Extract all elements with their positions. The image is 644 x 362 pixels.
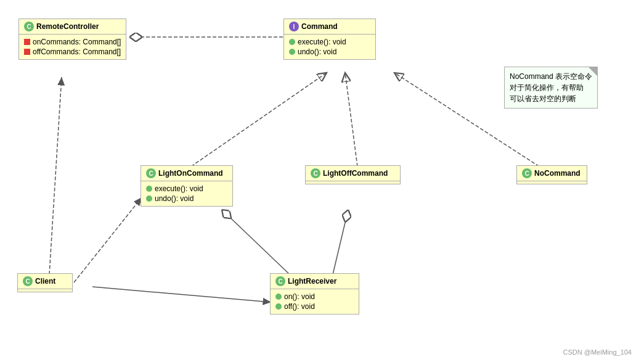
loc-m2-text: undo(): void bbox=[155, 194, 194, 203]
loc-title: LightOnCommand bbox=[158, 169, 223, 178]
nc-icon: C bbox=[522, 168, 532, 178]
rc-icon: C bbox=[24, 22, 34, 31]
lr-m2-text: off(): void bbox=[284, 302, 315, 311]
cmd-m2-text: undo(): void bbox=[298, 47, 336, 56]
cmd-member-2: undo(): void bbox=[289, 47, 370, 57]
lr-body: on(): void off(): void bbox=[271, 289, 359, 314]
lfc-inherit-command bbox=[345, 73, 357, 167]
cmd-title: Command bbox=[301, 22, 338, 31]
loc-inherit-command bbox=[191, 73, 327, 167]
rc-member-1: onCommands: Command[] bbox=[24, 37, 121, 47]
client-box: C Client bbox=[17, 273, 73, 292]
lr-m2-dot bbox=[275, 303, 282, 310]
cmd-icon: I bbox=[289, 22, 299, 31]
lfc-header: C LightOffCommand bbox=[306, 166, 400, 181]
nc-header: C NoCommand bbox=[517, 166, 587, 181]
loc-header: C LightOnCommand bbox=[141, 166, 232, 181]
loc-to-lr bbox=[222, 210, 290, 274]
remote-controller-box: C RemoteController onCommands: Command[]… bbox=[18, 19, 126, 60]
cmd-m1-text: execute(): void bbox=[298, 38, 346, 46]
client-body bbox=[18, 289, 72, 292]
loc-body: execute(): void undo(): void bbox=[141, 181, 232, 206]
nc-title: NoCommand bbox=[534, 169, 581, 178]
cmd-header: I Command bbox=[284, 19, 375, 35]
client-title: Client bbox=[35, 277, 55, 286]
cmd-m1-dot bbox=[289, 39, 295, 45]
lfc-body bbox=[306, 181, 400, 184]
loc-icon: C bbox=[146, 168, 156, 178]
light-off-cmd-box: C LightOffCommand bbox=[305, 165, 401, 184]
loc-m2-dot bbox=[146, 195, 152, 202]
nc-body bbox=[517, 181, 587, 184]
cmd-m2-dot bbox=[289, 49, 295, 55]
client-to-loc bbox=[74, 197, 142, 282]
rc-m1-dot bbox=[24, 39, 30, 45]
lr-m1-dot bbox=[275, 294, 282, 300]
cmd-member-1: execute(): void bbox=[289, 37, 370, 47]
rc-m1-text: onCommands: Command[] bbox=[33, 38, 121, 46]
lr-member-2: off(): void bbox=[275, 302, 354, 311]
rc-title: RemoteController bbox=[36, 22, 99, 31]
cmd-body: execute(): void undo(): void bbox=[284, 35, 375, 59]
loc-m1-dot bbox=[146, 186, 152, 192]
loc-member-1: execute(): void bbox=[146, 184, 227, 194]
lr-member-1: on(): void bbox=[275, 292, 354, 302]
lr-m1-text: on(): void bbox=[284, 292, 315, 301]
rc-m2-dot bbox=[24, 49, 30, 55]
loc-member-2: undo(): void bbox=[146, 194, 227, 204]
note-box: NoCommand 表示空命令对于简化操作，有帮助可以省去对空的判断 bbox=[504, 67, 598, 109]
rc-member-2: offCommands: Command[] bbox=[24, 47, 121, 57]
command-box: I Command execute(): void undo(): void bbox=[283, 19, 376, 60]
light-on-cmd-box: C LightOnCommand execute(): void undo():… bbox=[141, 165, 233, 207]
loc-m1-text: execute(): void bbox=[155, 184, 203, 193]
no-cmd-box: C NoCommand bbox=[516, 165, 587, 184]
client-to-lr bbox=[92, 287, 271, 302]
lfc-to-lr bbox=[333, 210, 348, 274]
note-text: NoCommand 表示空命令对于简化操作，有帮助可以省去对空的判断 bbox=[510, 72, 592, 103]
watermark: CSDN @MeiMing_104 bbox=[563, 348, 632, 356]
rc-m2-text: offCommands: Command[] bbox=[33, 47, 121, 56]
rc-body: onCommands: Command[] offCommands: Comma… bbox=[19, 35, 126, 59]
lr-icon: C bbox=[275, 276, 285, 286]
client-header: C Client bbox=[18, 274, 72, 289]
lr-title: LightReceiver bbox=[288, 277, 336, 286]
light-receiver-box: C LightReceiver on(): void off(): void bbox=[270, 273, 359, 315]
lfc-title: LightOffCommand bbox=[323, 169, 388, 178]
client-to-rc bbox=[49, 77, 62, 274]
rc-header: C RemoteController bbox=[19, 19, 126, 35]
lfc-icon: C bbox=[311, 168, 320, 178]
diagram-container: C RemoteController onCommands: Command[]… bbox=[0, 0, 644, 362]
lr-header: C LightReceiver bbox=[271, 274, 359, 289]
client-icon: C bbox=[23, 276, 33, 286]
